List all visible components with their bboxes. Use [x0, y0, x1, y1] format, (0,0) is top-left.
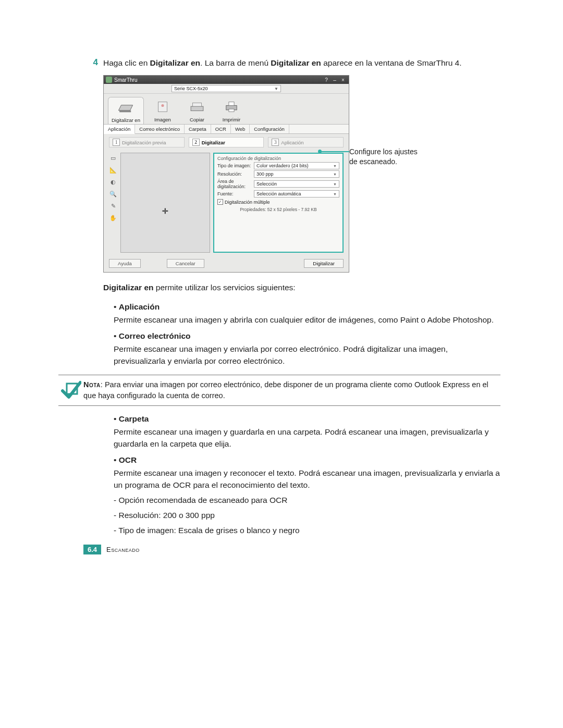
- app-icon: [106, 77, 112, 83]
- scan-button[interactable]: Digitalizar: [304, 259, 344, 268]
- steptab-preview[interactable]: 1Digitalización previa: [109, 137, 185, 147]
- window-titlebar: SmarThru ? – ×: [104, 76, 349, 84]
- chevron-down-icon: ▼: [333, 182, 337, 186]
- label-area: Área de digitalización:: [217, 179, 254, 189]
- select-tipo-imagen[interactable]: Color verdadero (24 bits)▼: [254, 162, 339, 169]
- svg-rect-7: [229, 109, 234, 112]
- window-title: SmarThru: [114, 77, 137, 83]
- step-text: Haga clic en Digitalizar en. La barra de…: [103, 57, 500, 69]
- label-fuente: Fuente:: [217, 191, 254, 196]
- hand-tool-icon[interactable]: ✋: [109, 215, 117, 221]
- chevron-down-icon: ▼: [333, 164, 337, 168]
- label-tipo-imagen: Tipo de imagen:: [217, 163, 254, 168]
- note-checkmark-icon: [58, 379, 83, 401]
- cancel-button[interactable]: Cancelar: [167, 259, 204, 268]
- tab-imprimir[interactable]: Imprimir: [216, 97, 247, 124]
- ocr-tip-1: - Opción recomendada de escaneado para O…: [114, 495, 500, 507]
- scan-settings-panel: Configuración de digitalización Tipo de …: [213, 153, 344, 253]
- tab-copiar[interactable]: Copiar: [181, 97, 213, 124]
- svg-rect-4: [192, 103, 201, 107]
- note-label: Nota: [83, 380, 101, 389]
- copier-icon: [185, 98, 210, 116]
- tool-column: ▭ 📐 ◐ 🔍 ✎ ✋: [109, 153, 117, 253]
- select-tool-icon[interactable]: ▭: [111, 155, 116, 162]
- image-icon: [150, 98, 175, 116]
- subtab-config[interactable]: Configuración: [250, 125, 289, 133]
- preview-area[interactable]: ✛: [120, 153, 210, 253]
- section-name: Escaneado: [106, 546, 140, 553]
- steptab-aplicacion[interactable]: 3Aplicación: [268, 137, 344, 147]
- help-icon[interactable]: ?: [323, 77, 330, 83]
- select-resolucion[interactable]: 300 ppp▼: [254, 170, 339, 178]
- svg-rect-3: [191, 107, 203, 112]
- subtab-carpeta[interactable]: Carpeta: [185, 125, 211, 133]
- settings-caption: Configuración de digitalización: [217, 156, 339, 161]
- close-icon[interactable]: ×: [339, 77, 347, 83]
- note-block: Nota: Para enviar una imagen por correo …: [58, 375, 500, 406]
- subtab-ocr[interactable]: OCR: [211, 125, 231, 133]
- minimize-icon[interactable]: –: [331, 77, 338, 83]
- step-number: 4: [83, 57, 98, 68]
- checkbox-multiple[interactable]: ✓Digitalización múltiple: [217, 199, 339, 205]
- steptab-digitalizar[interactable]: 2Digitalizar: [189, 137, 264, 147]
- scanner-icon: [113, 98, 138, 116]
- subtab-aplicacion[interactable]: Aplicación: [104, 125, 135, 134]
- select-area[interactable]: Selección▼: [254, 180, 339, 188]
- bullet-aplicacion: • Aplicación Permite escanear una imagen…: [114, 301, 500, 326]
- chevron-down-icon: ▼: [333, 192, 337, 196]
- adjust-tool-icon[interactable]: ◐: [111, 179, 116, 186]
- properties-text: Propiedades: 52 x 52 píxeles - 7.92 KB: [217, 207, 339, 212]
- bullet-ocr: • OCR Permite escanear una imagen y reco…: [114, 454, 500, 491]
- ruler-tool-icon[interactable]: 📐: [109, 167, 117, 174]
- ocr-tip-3: - Tipo de imagen: Escala de grises o bla…: [114, 525, 500, 537]
- tab-digitalizar-en[interactable]: Digitalizar en: [108, 97, 144, 124]
- printer-icon: [219, 98, 244, 116]
- tab-imagen[interactable]: Imagen: [147, 97, 178, 124]
- page-footer: 6.4 Escaneado: [83, 545, 140, 554]
- chevron-down-icon: ▼: [274, 87, 278, 91]
- ocr-tip-2: - Resolución: 200 o 300 ppp: [114, 510, 500, 522]
- device-select[interactable]: Serie SCX-5x20 ▼: [172, 85, 281, 92]
- page-number: 6.4: [83, 545, 101, 554]
- help-button[interactable]: Ayuda: [109, 259, 141, 268]
- svg-point-2: [161, 104, 164, 107]
- bullet-carpeta: • Carpeta Permite escanear una imagen y …: [114, 413, 500, 450]
- bullet-correo: • Correo electrónico Permite escanear un…: [114, 330, 500, 367]
- zoom-tool-icon[interactable]: 🔍: [109, 191, 117, 198]
- label-resolucion: Resolución:: [217, 171, 254, 177]
- svg-rect-6: [229, 102, 234, 106]
- smarthru-screenshot: SmarThru ? – × Serie SCX-5x20 ▼ Digitali…: [103, 75, 349, 273]
- select-fuente[interactable]: Selección automática▼: [254, 190, 339, 198]
- chevron-down-icon: ▼: [333, 172, 337, 176]
- subtab-web[interactable]: Web: [231, 125, 250, 133]
- crosshair-icon: ✛: [162, 207, 168, 215]
- wand-tool-icon[interactable]: ✎: [111, 203, 116, 209]
- subtab-correo[interactable]: Correo electrónico: [135, 125, 185, 133]
- callout-text: Configure los ajustes de escaneado.: [349, 75, 422, 167]
- svg-rect-0: [120, 110, 131, 112]
- intro-line: Digitalizar en permite utilizar los serv…: [103, 282, 500, 294]
